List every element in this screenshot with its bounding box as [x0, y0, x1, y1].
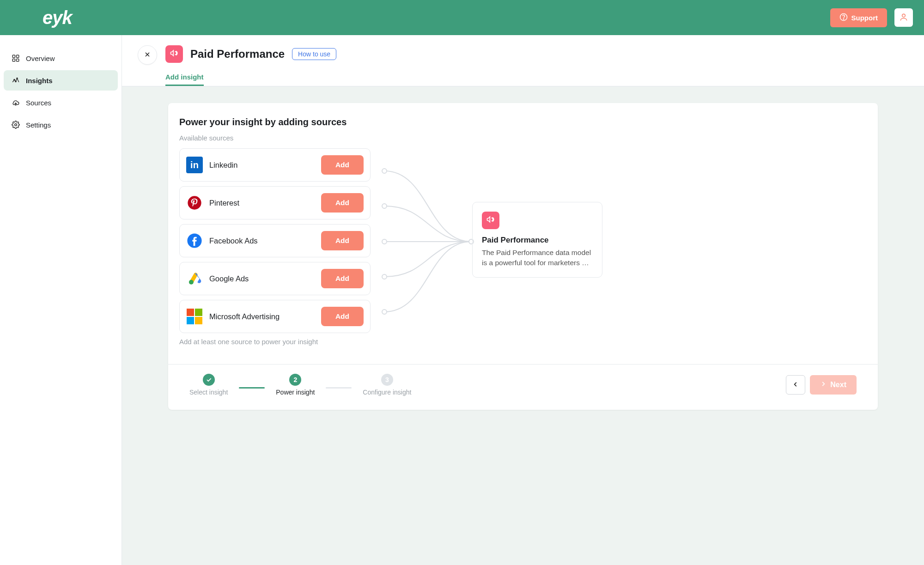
how-to-use-button[interactable]: How to use — [292, 48, 336, 60]
connector-area: Paid Performance The Paid Performance da… — [389, 155, 867, 340]
back-button[interactable] — [786, 375, 805, 395]
sidebar-item-label: Sources — [26, 99, 51, 107]
megaphone-icon — [486, 215, 495, 226]
svg-point-16 — [382, 239, 387, 244]
page-icon — [165, 45, 183, 63]
sources-column: in Linkedin Add Pinterest Add — [179, 148, 371, 346]
step-label: Power insight — [276, 389, 315, 396]
top-header: eyk Support — [0, 0, 924, 35]
add-source-button[interactable]: Add — [321, 269, 364, 288]
next-label: Next — [830, 381, 846, 389]
sidebar-item-label: Overview — [26, 55, 55, 62]
help-icon — [839, 13, 848, 23]
add-source-button[interactable]: Add — [321, 231, 364, 250]
close-icon — [144, 51, 151, 60]
svg-point-15 — [382, 204, 387, 208]
svg-point-10 — [15, 124, 17, 126]
available-sources-label: Available sources — [179, 134, 867, 142]
step-connector — [326, 387, 352, 389]
sidebar-item-sources[interactable]: Sources — [4, 92, 118, 113]
support-label: Support — [851, 14, 878, 22]
source-row-facebook: Facebook Ads Add — [179, 224, 371, 257]
tab-add-insight[interactable]: Add insight — [165, 69, 204, 86]
svg-rect-4 — [17, 55, 19, 57]
stepper-row: Select insight 2 Power insight 3 Configu… — [179, 374, 867, 396]
card-title: Power your insight by adding sources — [179, 117, 867, 128]
svg-rect-6 — [17, 59, 19, 61]
logo: eyk — [43, 7, 72, 28]
svg-point-14 — [382, 169, 387, 173]
svg-point-11 — [188, 196, 201, 209]
page-title: Paid Performance — [190, 48, 285, 61]
step-configure-insight: 3 Configure insight — [363, 374, 411, 396]
source-row-googleads: Google Ads Add — [179, 262, 371, 295]
destination-icon — [482, 212, 499, 229]
step-number: 2 — [289, 374, 301, 386]
stepper: Select insight 2 Power insight 3 Configu… — [189, 374, 411, 396]
step-label: Select insight — [189, 389, 228, 396]
source-row-pinterest: Pinterest Add — [179, 186, 371, 219]
step-select-insight: Select insight — [189, 374, 228, 396]
add-source-button[interactable]: Add — [321, 307, 364, 326]
user-icon — [899, 12, 908, 23]
insights-icon — [11, 76, 20, 85]
sidebar: Overview Insights Sources Settings — [0, 35, 122, 565]
close-button[interactable] — [138, 45, 157, 65]
step-power-insight: 2 Power insight — [276, 374, 315, 396]
svg-point-18 — [382, 310, 387, 314]
source-name: Google Ads — [209, 274, 315, 283]
main: Paid Performance How to use Add insight … — [122, 35, 924, 565]
svg-rect-5 — [12, 59, 15, 61]
megaphone-icon — [170, 49, 179, 60]
check-icon — [203, 374, 215, 386]
sidebar-item-label: Settings — [26, 121, 51, 129]
step-label: Configure insight — [363, 389, 411, 396]
destination-card: Paid Performance The Paid Performance da… — [472, 202, 602, 278]
wizard-card: Power your insight by adding sources Ava… — [168, 103, 878, 410]
grid-icon — [11, 54, 20, 63]
step-number: 3 — [381, 374, 393, 386]
chevron-right-icon — [820, 381, 827, 389]
source-name: Linkedin — [209, 161, 315, 170]
sidebar-item-label: Insights — [26, 77, 53, 85]
svg-point-1 — [843, 18, 844, 19]
svg-point-17 — [382, 274, 387, 279]
step-connector — [239, 387, 265, 389]
gear-icon — [11, 120, 20, 129]
source-name: Facebook Ads — [209, 237, 315, 245]
google-ads-icon — [186, 270, 203, 287]
source-row-linkedin: in Linkedin Add — [179, 148, 371, 182]
linkedin-icon: in — [186, 157, 203, 173]
svg-point-9 — [17, 78, 18, 79]
divider — [168, 364, 878, 365]
svg-point-7 — [14, 79, 15, 80]
source-row-microsoft: Microsoft Advertising Add — [179, 300, 371, 333]
svg-rect-3 — [12, 55, 15, 57]
facebook-icon — [186, 232, 203, 249]
svg-point-2 — [902, 14, 906, 17]
svg-point-8 — [15, 81, 16, 82]
page-header: Paid Performance How to use Add insight — [122, 35, 924, 86]
destination-title: Paid Performance — [482, 236, 593, 245]
support-button[interactable]: Support — [830, 8, 888, 27]
hint-text: Add at least one source to power your in… — [179, 338, 371, 346]
profile-button[interactable] — [894, 8, 913, 27]
next-button[interactable]: Next — [810, 375, 857, 395]
sidebar-item-overview[interactable]: Overview — [4, 48, 118, 68]
microsoft-icon — [186, 308, 203, 325]
sidebar-item-settings[interactable]: Settings — [4, 115, 118, 135]
svg-point-13 — [189, 280, 194, 285]
destination-desc: The Paid Performance data model is a pow… — [482, 248, 593, 268]
add-source-button[interactable]: Add — [321, 193, 364, 213]
chevron-left-icon — [792, 381, 799, 389]
source-name: Microsoft Advertising — [209, 312, 315, 321]
pinterest-icon — [186, 194, 203, 211]
connector-lines — [384, 155, 472, 340]
source-name: Pinterest — [209, 199, 315, 207]
sidebar-item-insights[interactable]: Insights — [4, 70, 118, 91]
add-source-button[interactable]: Add — [321, 155, 364, 175]
cloud-icon — [11, 98, 20, 107]
